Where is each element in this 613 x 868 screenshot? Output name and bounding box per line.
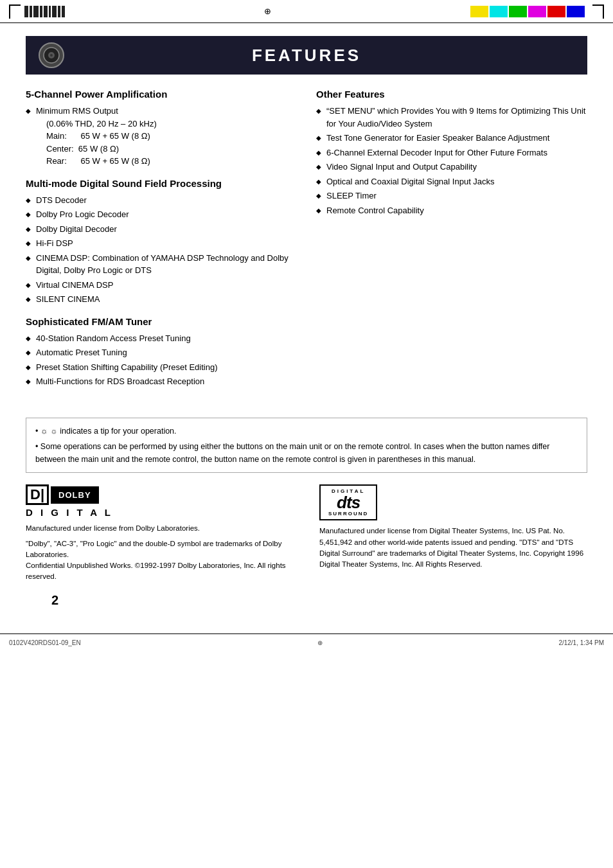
color-bars — [470, 6, 585, 17]
page-title: FEATURES — [71, 46, 542, 66]
digital-item-5: CINEMA DSP: Combination of YAMAHA DSP Te… — [26, 252, 297, 277]
section-power-title: 5-Channel Power Amplification — [26, 89, 297, 100]
bottom-strip: 0102V420RDS01-09_EN ⊕ 2/12/1, 1:34 PM — [0, 633, 613, 651]
digital-item-7: SILENT CINEMA — [26, 293, 297, 306]
tip-line: • ☼ ☼ indicates a tip for your operation… — [35, 425, 578, 438]
title-icon — [39, 42, 64, 68]
section-power: 5-Channel Power Amplification Minimum RM… — [26, 89, 297, 168]
other-list: “SET MENU” which Provides You with 9 Ite… — [316, 105, 587, 217]
note-line: • Some operations can be performed by us… — [35, 440, 578, 466]
dts-block: DIGITAL dts SURROUND Manufactured under … — [319, 484, 587, 570]
color-bar-green — [509, 6, 527, 17]
dolby-digital-label: D I G I T A L — [26, 507, 294, 518]
dolby-trademark: "Dolby", "AC-3", "Pro Logic" and the dou… — [26, 538, 294, 583]
color-bar-cyan — [490, 6, 508, 17]
other-item-5: Optical and Coaxial Digital Signal Input… — [316, 175, 587, 188]
title-bar: FEATURES — [26, 36, 587, 75]
top-center-crosshair: ⊕ — [65, 6, 470, 16]
other-item-3: 6-Channel External Decoder Input for Oth… — [316, 146, 587, 159]
tuner-item-1: 40-Station Random Access Preset Tuning — [26, 332, 297, 345]
tuner-item-4: Multi-Functions for RDS Broadcast Recept… — [26, 375, 297, 388]
corner-mark-top-right — [592, 4, 604, 19]
left-column: 5-Channel Power Amplification Minimum RM… — [26, 89, 297, 398]
page-number: 2 — [51, 593, 587, 608]
power-list: Minimum RMS Output (0.06% THD, 20 Hz – 2… — [26, 105, 297, 168]
footer-center-crosshair: ⊕ — [317, 639, 323, 646]
footer-right: 2/12/1, 1:34 PM — [558, 639, 604, 646]
digital-item-1: DTS Decoder — [26, 194, 297, 207]
page: ⊕ FEATURES — [0, 0, 613, 868]
section-tuner: Sophisticated FM/AM Tuner 40-Station Ran… — [26, 316, 297, 388]
tuner-list: 40-Station Random Access Preset Tuning A… — [26, 332, 297, 388]
logos-section: D| DOLBY D I G I T A L Manufactured unde… — [26, 484, 587, 582]
two-column-layout: 5-Channel Power Amplification Minimum RM… — [26, 89, 587, 398]
dolby-block: D| DOLBY D I G I T A L Manufactured unde… — [26, 484, 294, 582]
section-digital-title: Multi-mode Digital Sound Field Processin… — [26, 178, 297, 189]
tip-icon: ☼ — [40, 426, 48, 436]
dts-surround-text: SURROUND — [328, 511, 368, 517]
svg-point-2 — [50, 54, 53, 57]
main-content: FEATURES 5-Channel Power Amplification M… — [0, 23, 613, 627]
dolby-label-text: DOLBY — [58, 490, 91, 500]
dolby-logo: D| DOLBY — [26, 484, 294, 505]
dolby-d-icon: D| — [26, 484, 49, 505]
right-column: Other Features “SET MENU” which Provides… — [316, 89, 587, 398]
barcode-left — [24, 6, 65, 17]
other-item-4: Video Signal Input and Output Capability — [316, 161, 587, 173]
top-strip: ⊕ — [0, 0, 613, 23]
dts-logo-box: DIGITAL dts SURROUND — [319, 484, 377, 520]
tip-box: • ☼ ☼ indicates a tip for your operation… — [26, 418, 587, 474]
dolby-label-box: DOLBY — [51, 486, 99, 504]
section-tuner-title: Sophisticated FM/AM Tuner — [26, 316, 297, 327]
dolby-manufactured: Manufactured under license from Dolby La… — [26, 523, 294, 534]
corner-mark-top-left — [9, 4, 21, 19]
color-bar-red — [547, 6, 565, 17]
section-other-title: Other Features — [316, 89, 587, 100]
digital-item-2: Dolby Pro Logic Decoder — [26, 208, 297, 221]
footer-left: 0102V420RDS01-09_EN — [9, 639, 81, 646]
power-item-1-text: Minimum RMS Output — [36, 106, 118, 116]
power-item-1: Minimum RMS Output (0.06% THD, 20 Hz – 2… — [26, 105, 297, 168]
digital-item-4: Hi-Fi DSP — [26, 237, 297, 250]
tuner-item-3: Preset Station Shifting Capability (Pres… — [26, 361, 297, 374]
bottom-crosshair-icon: ⊕ — [317, 639, 323, 646]
tuner-item-2: Automatic Preset Tuning — [26, 346, 297, 359]
section-other: Other Features “SET MENU” which Provides… — [316, 89, 587, 217]
top-strip-right — [470, 4, 604, 19]
color-bar-yellow — [470, 6, 488, 17]
digital-list: DTS Decoder Dolby Pro Logic Decoder Dolb… — [26, 194, 297, 306]
dts-main-text: dts — [328, 494, 368, 511]
top-strip-left — [9, 4, 65, 19]
color-bar-magenta — [528, 6, 546, 17]
dts-manufactured: Manufactured under license from Digital … — [319, 526, 587, 570]
other-item-1: “SET MENU” which Provides You with 9 Ite… — [316, 105, 587, 130]
digital-item-6: Virtual CINEMA DSP — [26, 279, 297, 292]
section-digital: Multi-mode Digital Sound Field Processin… — [26, 178, 297, 306]
dts-logo: DIGITAL dts SURROUND — [319, 484, 587, 520]
other-item-6: SLEEP Timer — [316, 190, 587, 202]
power-item-1-sub: (0.06% THD, 20 Hz – 20 kHz) Main: 65 W +… — [36, 118, 297, 168]
digital-item-3: Dolby Digital Decoder — [26, 223, 297, 236]
other-item-2: Test Tone Generator for Easier Speaker B… — [316, 132, 587, 145]
crosshair-icon: ⊕ — [264, 6, 271, 16]
color-bar-blue — [567, 6, 585, 17]
other-item-7: Remote Control Capability — [316, 204, 587, 217]
